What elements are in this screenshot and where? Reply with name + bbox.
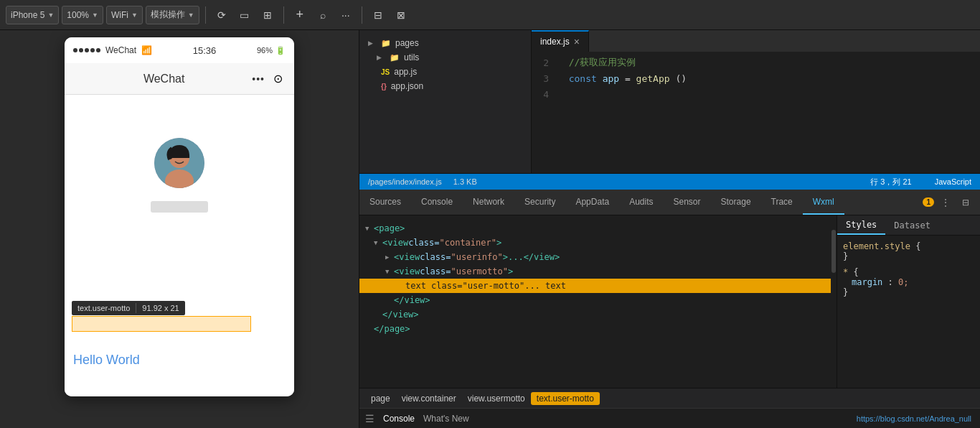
xml-line-close-page[interactable]: </page> bbox=[359, 322, 831, 336]
nav-title: WeChat bbox=[143, 73, 185, 85]
console-tab-console[interactable]: Console bbox=[383, 414, 415, 424]
pages-label: pages bbox=[395, 38, 419, 48]
styles-tab-styles[interactable]: Styles bbox=[837, 215, 885, 235]
element-tooltip: text.user-motto 91.92 x 21 bbox=[72, 301, 185, 315]
style-brace-close-2: } bbox=[843, 287, 848, 297]
code-editor: index.js × 2 //获取应用实例 3 const app bbox=[532, 30, 980, 173]
warning-badge: 1 bbox=[923, 197, 934, 207]
tooltip-size: 91.92 x 21 bbox=[142, 304, 179, 312]
zoom-label: 100% bbox=[67, 10, 89, 20]
divider-2 bbox=[283, 6, 284, 24]
xml-line-close-view-1[interactable]: </view> bbox=[359, 293, 831, 307]
battery-percent: 96% bbox=[257, 46, 273, 55]
tab-console[interactable]: Console bbox=[411, 190, 463, 215]
add-icon[interactable]: + bbox=[290, 5, 310, 25]
tab-sources[interactable]: Sources bbox=[359, 190, 411, 215]
style-brace-close-1: } bbox=[843, 251, 848, 261]
xml-line-view-userinfo[interactable]: ▶ <view class= "userinfo" >...</view> bbox=[359, 250, 831, 264]
mode-selector[interactable]: 模拟操作 ▼ bbox=[146, 6, 199, 24]
tab-wxml[interactable]: Wxml bbox=[803, 190, 844, 215]
tab-sensor[interactable]: Sensor bbox=[664, 190, 711, 215]
xml-scrollbar[interactable] bbox=[831, 215, 837, 388]
xml-line-text-usermotto[interactable]: text class="user-motto" ... text bbox=[359, 279, 831, 293]
view-ellipsis-2: >...</view> bbox=[503, 252, 560, 262]
tab-security[interactable]: Security bbox=[514, 190, 565, 215]
tab-security-label: Security bbox=[524, 197, 555, 207]
tab-close-icon[interactable]: × bbox=[574, 36, 580, 47]
rotate-icon[interactable]: ⟳ bbox=[212, 5, 232, 25]
class-attr-2: class= bbox=[420, 252, 451, 262]
view-tag-3: <view bbox=[394, 266, 420, 276]
tab-storage-label: Storage bbox=[721, 197, 751, 207]
battery-icon: 🔋 bbox=[275, 46, 286, 55]
device-selector[interactable]: iPhone 5 ▼ bbox=[6, 6, 59, 24]
xml-line-close-view-2[interactable]: </view> bbox=[359, 307, 831, 322]
console-bar: ☰ Console What's New https://blog.csdn.n… bbox=[359, 408, 980, 428]
signal-area: WeChat 📶 bbox=[73, 45, 152, 55]
mode-arrow: ▼ bbox=[188, 11, 194, 19]
xml-line-view-usermotto[interactable]: ▼ <view class= "usermotto" > bbox=[359, 264, 831, 279]
file-tree-item-pages[interactable]: ▶ 📁 pages bbox=[359, 36, 531, 50]
text-ellipsis: ... text bbox=[524, 281, 566, 291]
divider-3 bbox=[362, 6, 362, 24]
signal-dot-4 bbox=[90, 48, 95, 52]
divider-1 bbox=[205, 6, 206, 24]
tooltip-divider bbox=[136, 303, 136, 313]
breadcrumb-page[interactable]: page bbox=[365, 392, 396, 405]
inspector-body: ▼ <page> ▼ <view class= "container" > ▶ … bbox=[359, 215, 980, 388]
xml-scrollbar-thumb[interactable] bbox=[831, 230, 836, 273]
phone-status-bar: WeChat 📶 15:36 96% 🔋 bbox=[65, 37, 294, 63]
avatar-image bbox=[154, 138, 204, 188]
resize-icon[interactable]: ▭ bbox=[235, 5, 255, 25]
utils-folder-icon: 📁 bbox=[390, 53, 400, 62]
text-tag-selected: text class="user-motto" bbox=[405, 281, 524, 291]
xml-line-view-container[interactable]: ▼ <view class= "container" > bbox=[359, 236, 831, 250]
status-path: /pages/index/index.js bbox=[368, 177, 442, 186]
nav-scan-icon: ⊙ bbox=[273, 72, 283, 85]
console-tab-whatsnew[interactable]: What's New bbox=[423, 414, 469, 424]
expand2-icon[interactable]: ⊠ bbox=[391, 5, 411, 25]
tab-audits[interactable]: Audits bbox=[619, 190, 663, 215]
phone-content: text.user-motto 91.92 x 21 Hello World bbox=[65, 95, 294, 396]
tab-trace[interactable]: Trace bbox=[761, 190, 803, 215]
main-content: WeChat 📶 15:36 96% 🔋 WeChat ••• ⊙ bbox=[0, 30, 980, 428]
class-val-3: "usermotto" bbox=[451, 266, 507, 276]
breadcrumb-view-usermotto[interactable]: view.usermotto bbox=[462, 392, 531, 405]
tab-storage[interactable]: Storage bbox=[711, 190, 761, 215]
more-icon[interactable]: ··· bbox=[336, 5, 356, 25]
console-menu-icon[interactable]: ☰ bbox=[365, 413, 374, 424]
layout-icon[interactable]: ⊟ bbox=[368, 5, 388, 25]
tab-indexjs[interactable]: index.js × bbox=[532, 30, 589, 52]
tab-network[interactable]: Network bbox=[463, 190, 514, 215]
tab-indexjs-label: index.js bbox=[540, 37, 570, 47]
class-val-2: "userinfo" bbox=[451, 252, 502, 262]
style-brace-open-2: { bbox=[853, 267, 858, 277]
expand-icon[interactable]: ⊞ bbox=[258, 5, 278, 25]
tab-appdata[interactable]: AppData bbox=[565, 190, 619, 215]
style-colon: : bbox=[888, 277, 898, 287]
page-tag: <page> bbox=[374, 223, 405, 233]
devtools-layout-icon[interactable]: ⊟ bbox=[957, 194, 974, 211]
style-selector-element: element.style bbox=[843, 241, 910, 251]
dataset-label: Dataset bbox=[894, 220, 930, 231]
close-view-tag-2: </view> bbox=[382, 310, 419, 320]
tab-sensor-label: Sensor bbox=[674, 197, 701, 207]
devtools-tabs-right: 1 ⋮ ⊟ bbox=[923, 190, 980, 215]
file-tree-item-appjs[interactable]: JS app.js bbox=[359, 65, 531, 79]
breadcrumb-text-usermotto[interactable]: text.user-motto bbox=[531, 392, 600, 405]
battery-area: 96% 🔋 bbox=[257, 46, 286, 55]
zoom-selector[interactable]: 100% ▼ bbox=[62, 6, 103, 24]
user-avatar bbox=[154, 138, 204, 188]
devtools-tabs: Sources Console Network Security AppData… bbox=[359, 190, 980, 215]
search-icon[interactable]: ⌕ bbox=[313, 5, 333, 25]
nav-dots: ••• bbox=[252, 73, 265, 85]
styles-tab-dataset[interactable]: Dataset bbox=[885, 215, 939, 235]
breadcrumb-view-container[interactable]: view.container bbox=[396, 392, 462, 405]
network-selector[interactable]: WiFi ▼ bbox=[106, 6, 143, 24]
devtools-more-icon[interactable]: ⋮ bbox=[937, 194, 954, 211]
xml-line-page[interactable]: ▼ <page> bbox=[359, 221, 831, 236]
phone-frame: WeChat 📶 15:36 96% 🔋 WeChat ••• ⊙ bbox=[65, 37, 294, 396]
file-tree-item-utils[interactable]: ▶ 📁 utils bbox=[359, 50, 531, 65]
file-tree: ▶ 📁 pages ▶ 📁 utils JS app.js {} bbox=[359, 30, 532, 173]
file-tree-item-appjson[interactable]: {} app.json bbox=[359, 79, 531, 93]
